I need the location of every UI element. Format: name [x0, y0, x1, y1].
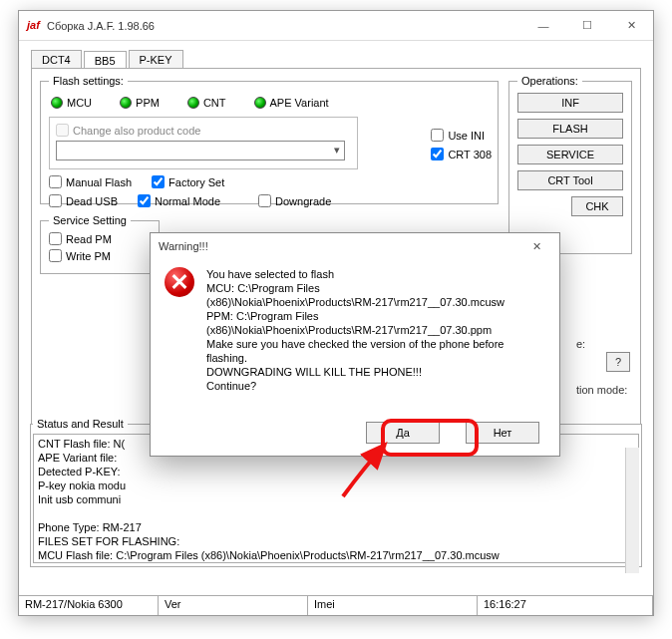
status-phone: RM-217/Nokia 6300	[19, 596, 159, 615]
downgrade-checkbox[interactable]: Downgrade	[258, 194, 331, 207]
warning-dialog: Warning!!! ✕ You have selected to flash …	[150, 232, 560, 457]
ape-checkbox[interactable]: APE Variant	[254, 97, 329, 109]
window-title: Сборка J.A.F. 1.98.66	[47, 20, 521, 32]
dialog-titlebar[interactable]: Warning!!! ✕	[151, 233, 559, 259]
titlebar[interactable]: jaf Сборка J.A.F. 1.98.66 — ☐ ✕	[19, 11, 653, 41]
dialog-no-button[interactable]: Нет	[466, 422, 539, 444]
status-legend: Status and Result	[33, 418, 128, 430]
flash-button[interactable]: FLASH	[517, 119, 623, 139]
chk-button[interactable]: CHK	[571, 196, 623, 216]
dialog-yes-button[interactable]: Да	[366, 422, 440, 444]
status-ver: Ver	[159, 596, 308, 615]
operations-legend: Operations:	[517, 75, 582, 87]
led-icon	[120, 97, 132, 109]
ppm-checkbox[interactable]: PPM	[120, 97, 160, 109]
tab-dct4[interactable]: DCT4	[31, 50, 82, 69]
factory-set-checkbox[interactable]: Factory Set	[152, 175, 224, 188]
change-product-code-checkbox[interactable]: Change also product code	[56, 124, 351, 137]
dialog-title: Warning!!!	[159, 240, 521, 252]
cnt-checkbox[interactable]: CNT	[187, 97, 226, 109]
status-time: 16:16:27	[478, 596, 653, 615]
dialog-close-button[interactable]: ✕	[521, 240, 551, 253]
tab-pkey[interactable]: P-KEY	[129, 50, 183, 69]
crt-tool-button[interactable]: CRT Tool	[517, 170, 623, 190]
crt308-checkbox[interactable]: CRT 308	[431, 148, 492, 160]
dialog-message: You have selected to flash MCU: C:\Progr…	[206, 267, 504, 393]
scrollbar[interactable]	[625, 448, 639, 573]
partial-label-mode: tion mode:	[576, 384, 627, 396]
app-icon: jaf	[27, 19, 41, 33]
normal-mode-checkbox[interactable]: Normal Mode	[138, 194, 220, 207]
close-button[interactable]: ✕	[609, 12, 653, 40]
read-pm-checkbox[interactable]: Read PM	[49, 232, 151, 245]
led-icon	[187, 97, 199, 109]
dead-usb-checkbox[interactable]: Dead USB	[49, 194, 118, 207]
service-button[interactable]: SERVICE	[517, 145, 623, 164]
mcu-checkbox[interactable]: MCU	[51, 97, 92, 109]
service-settings-group: Service Setting Read PM Write PM	[40, 214, 160, 274]
status-bar: RM-217/Nokia 6300 Ver Imei 16:16:27	[19, 595, 653, 615]
inf-button[interactable]: INF	[517, 93, 623, 113]
manual-flash-checkbox[interactable]: Manual Flash	[49, 175, 132, 188]
flash-settings-group: Flash settings: MCU PPM CNT APE Variant …	[40, 75, 499, 204]
partial-label: e:	[576, 338, 585, 350]
service-settings-legend: Service Setting	[49, 214, 131, 226]
maximize-button[interactable]: ☐	[565, 12, 609, 40]
tab-strip: DCT4 BB5 P-KEY	[31, 47, 641, 69]
write-pm-checkbox[interactable]: Write PM	[49, 249, 151, 262]
led-icon	[51, 97, 63, 109]
help-button[interactable]: ?	[606, 352, 630, 372]
led-icon	[254, 97, 266, 109]
status-imei: Imei	[308, 596, 478, 615]
use-ini-checkbox[interactable]: Use INI	[431, 129, 492, 142]
flash-settings-legend: Flash settings:	[49, 75, 128, 87]
product-code-dropdown[interactable]	[56, 141, 345, 160]
minimize-button[interactable]: —	[521, 12, 565, 40]
error-icon	[165, 267, 194, 297]
operations-group: Operations: INF FLASH SERVICE CRT Tool C…	[508, 75, 632, 254]
